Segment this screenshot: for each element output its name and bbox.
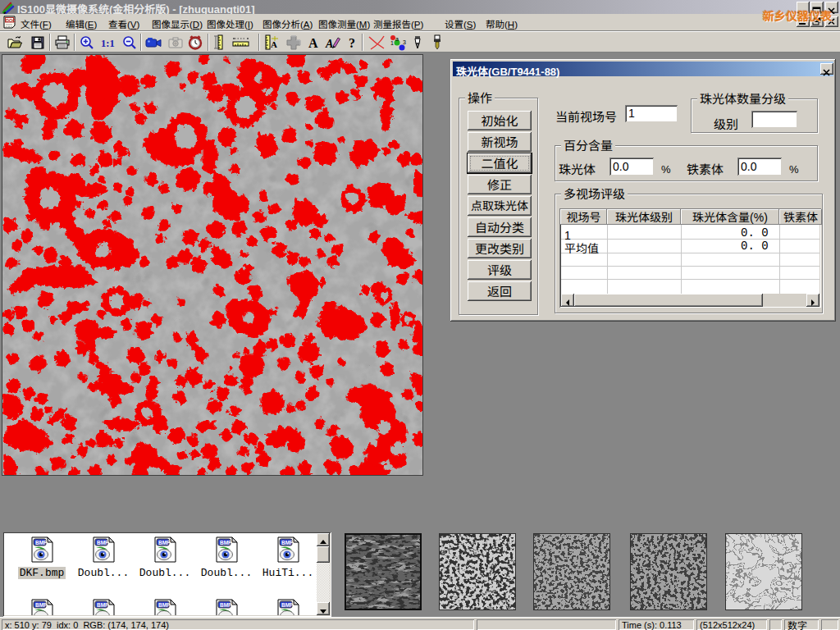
svg-text:1: 1 [390, 40, 394, 46]
svg-text:BMP: BMP [281, 602, 294, 608]
svg-text:A: A [325, 38, 333, 50]
svg-text:BMP: BMP [97, 540, 109, 546]
svg-text:BMP: BMP [158, 540, 171, 546]
svg-text:BMP: BMP [35, 602, 48, 608]
svg-text:A: A [271, 39, 277, 49]
svg-text:1:1: 1:1 [101, 38, 115, 49]
svg-text:a: a [395, 36, 399, 42]
svg-text:BMP: BMP [158, 602, 171, 608]
svg-text:DOC: DOC [6, 18, 16, 23]
svg-text:BMP: BMP [220, 540, 232, 546]
svg-text:?: ? [349, 36, 355, 50]
svg-text:BMP: BMP [220, 602, 232, 608]
svg-text:BMP: BMP [97, 602, 109, 608]
svg-text:BMP: BMP [281, 540, 294, 546]
svg-text:BMP: BMP [35, 540, 48, 546]
svg-text:A: A [308, 36, 318, 50]
svg-text:3: 3 [403, 39, 406, 45]
